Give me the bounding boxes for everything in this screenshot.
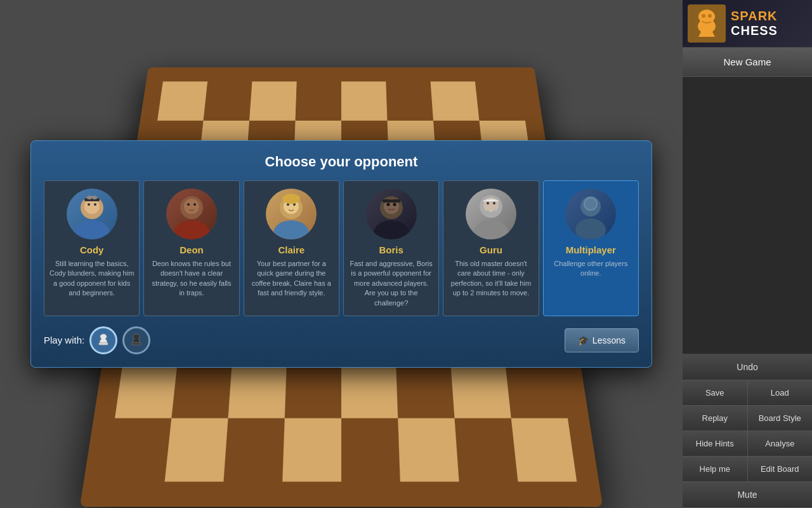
save-load-row: Save Load xyxy=(683,380,812,406)
boris-name: Boris xyxy=(349,244,433,255)
analyse-button[interactable]: Analyse xyxy=(748,431,813,456)
svg-point-32 xyxy=(575,218,606,239)
svg-rect-34 xyxy=(99,343,108,345)
replay-boardstyle-row: Replay Board Style xyxy=(683,406,812,431)
new-game-button[interactable]: New Game xyxy=(683,48,812,77)
boris-desc: Fast and aggressive, Boris is a powerful… xyxy=(349,259,433,308)
svg-point-27 xyxy=(473,220,509,239)
sidebar: SPARK CHESS New Game Undo Save Load Repl… xyxy=(683,0,812,508)
brand-text: SPARK CHESS xyxy=(731,9,778,38)
brand-logo xyxy=(688,4,726,43)
svg-point-18 xyxy=(282,194,300,204)
svg-rect-35 xyxy=(132,343,141,345)
cody-name: Cody xyxy=(49,244,134,255)
multi-desc: Challenge other players online. xyxy=(549,259,633,279)
black-piece-button[interactable] xyxy=(122,326,150,354)
avatar-deon xyxy=(166,189,217,239)
opponent-multiplayer[interactable]: Multiplayer Challenge other players onli… xyxy=(543,180,639,316)
opponent-boris[interactable]: Boris Fast and aggressive, Boris is a po… xyxy=(343,180,439,316)
opponent-claire[interactable]: Claire Your best partner for a quick gam… xyxy=(244,180,339,316)
brand-header: SPARK CHESS xyxy=(683,0,812,48)
svg-point-7 xyxy=(92,196,97,199)
lessons-button[interactable]: 🎓 Lessons xyxy=(565,328,639,352)
svg-point-21 xyxy=(374,220,409,239)
white-piece-button[interactable] xyxy=(89,326,117,354)
play-with-section: Play with: xyxy=(44,326,150,354)
svg-point-37 xyxy=(708,14,712,18)
hide-hints-button[interactable]: Hide Hints xyxy=(683,431,748,456)
avatar-claire xyxy=(266,189,317,239)
sidebar-spacer-1 xyxy=(683,77,812,354)
svg-rect-5 xyxy=(84,198,100,201)
guru-desc: This old master doesn't care about time … xyxy=(449,259,533,298)
board-style-button[interactable]: Board Style xyxy=(748,406,813,431)
save-button[interactable]: Save xyxy=(683,380,748,405)
svg-point-11 xyxy=(187,203,190,206)
opponents-grid: Cody Still learning the basics, Cody blu… xyxy=(44,180,639,316)
deon-desc: Deon knows the rules but doesn't have a … xyxy=(149,259,233,298)
claire-name: Claire xyxy=(249,244,334,255)
lessons-label: Lessons xyxy=(593,335,625,345)
svg-point-22 xyxy=(386,203,390,206)
deon-name: Deon xyxy=(149,244,233,255)
avatar-boris xyxy=(366,189,417,239)
svg-point-12 xyxy=(193,203,196,206)
load-button[interactable]: Load xyxy=(748,380,813,405)
claire-desc: Your best partner for a quick game durin… xyxy=(249,259,334,298)
svg-point-23 xyxy=(393,203,396,206)
svg-point-10 xyxy=(174,220,209,239)
help-me-button[interactable]: Help me xyxy=(683,457,748,481)
edit-board-button[interactable]: Edit Board xyxy=(748,457,813,481)
board-area: Choose your opponent xyxy=(0,0,683,508)
undo-button[interactable]: Undo xyxy=(683,354,812,380)
svg-point-28 xyxy=(487,202,489,204)
brand-name-line2: CHESS xyxy=(731,23,778,38)
hints-analyse-row: Hide Hints Analyse xyxy=(683,431,812,457)
dialog-footer: Play with: 🎓 xyxy=(44,326,639,354)
cody-desc: Still learning the basics, Cody blunders… xyxy=(49,259,134,298)
helpme-editboard-row: Help me Edit Board xyxy=(683,457,812,482)
dialog-title: Choose your opponent xyxy=(44,154,639,170)
play-with-label: Play with: xyxy=(44,335,84,345)
avatar-guru xyxy=(466,189,516,239)
avatar-cody xyxy=(67,189,117,239)
opponent-cody[interactable]: Cody Still learning the basics, Cody blu… xyxy=(44,180,140,316)
opponent-guru[interactable]: Guru This old master doesn't care about … xyxy=(443,180,539,316)
svg-point-29 xyxy=(493,202,495,204)
svg-point-15 xyxy=(273,220,309,239)
avatar-multi xyxy=(565,189,616,239)
svg-point-2 xyxy=(74,220,110,239)
svg-point-36 xyxy=(702,14,705,18)
replay-button[interactable]: Replay xyxy=(683,406,748,431)
svg-rect-24 xyxy=(383,199,400,203)
dialog-overlay: Choose your opponent xyxy=(0,0,683,508)
svg-point-3 xyxy=(88,203,90,206)
mute-button[interactable]: Mute xyxy=(683,482,812,508)
multi-name: Multiplayer xyxy=(549,244,633,255)
brand-name-line1: SPARK xyxy=(731,9,778,23)
svg-point-6 xyxy=(87,196,92,199)
lessons-icon: 🎓 xyxy=(578,335,589,345)
opponent-deon[interactable]: Deon Deon knows the rules but doesn't ha… xyxy=(143,180,239,316)
svg-point-9 xyxy=(184,199,199,214)
choose-opponent-dialog: Choose your opponent xyxy=(30,140,652,368)
guru-name: Guru xyxy=(449,244,533,255)
svg-point-4 xyxy=(94,203,96,206)
